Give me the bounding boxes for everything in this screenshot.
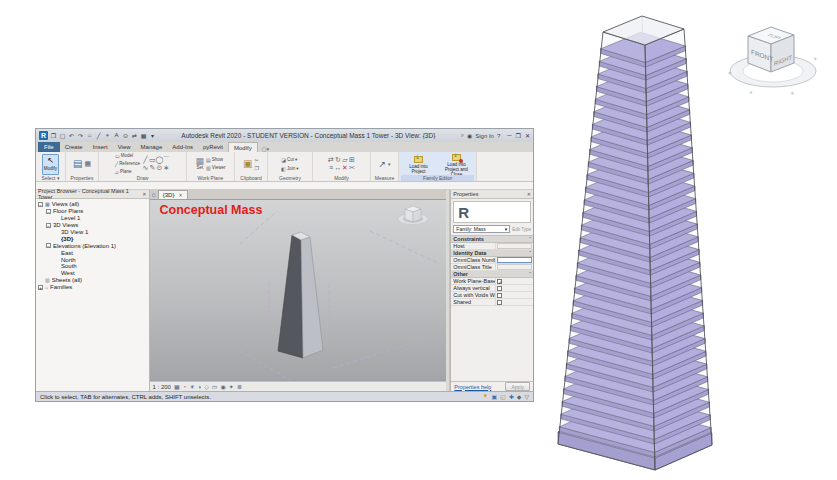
search-icon[interactable]: ⌕ bbox=[461, 132, 464, 139]
cut-geometry-icon[interactable]: ◪ bbox=[281, 156, 286, 164]
pick-line-tool-icon[interactable]: ✎ bbox=[149, 164, 155, 172]
show-workplane-icon[interactable]: ▤ bbox=[206, 156, 211, 164]
browser-tree-item[interactable]: −▦Views (all) bbox=[38, 201, 149, 208]
shadows-icon[interactable]: ◑ bbox=[198, 384, 202, 390]
properties-palette-icon[interactable]: ▤ bbox=[73, 160, 82, 168]
property-section-header[interactable]: Identity Dataˆ bbox=[451, 250, 533, 257]
ellipse-tool-icon[interactable]: ⊙ bbox=[156, 164, 162, 172]
signin-label[interactable]: Sign In bbox=[475, 133, 494, 139]
browser-tree-item[interactable]: −3D Views bbox=[38, 222, 149, 229]
properties-help-link[interactable]: Properties help bbox=[454, 384, 491, 390]
copy-clipboard-icon[interactable]: ❐ bbox=[254, 164, 258, 172]
tab-manage[interactable]: Manage bbox=[136, 142, 168, 152]
property-checkbox[interactable] bbox=[497, 293, 502, 298]
browser-tree-item[interactable]: 3D View 1 bbox=[38, 229, 149, 236]
viewer-icon[interactable]: ▥ bbox=[206, 164, 211, 172]
tab-create[interactable]: Create bbox=[60, 142, 88, 152]
visual-style-icon[interactable]: ◔ bbox=[183, 384, 187, 390]
open-icon[interactable]: ❐ bbox=[50, 132, 57, 139]
tree-expander-icon[interactable]: − bbox=[46, 243, 51, 248]
plane-icon[interactable]: ▱ bbox=[115, 168, 119, 175]
tab-modify[interactable]: Modify bbox=[228, 142, 258, 152]
text-icon[interactable]: A bbox=[113, 132, 120, 139]
model-line-icon[interactable]: ▭ bbox=[115, 153, 120, 160]
apply-button[interactable]: Apply bbox=[505, 382, 530, 391]
split-tool-icon[interactable]: ✂ bbox=[349, 164, 355, 172]
rotate-tool-icon[interactable]: ↻ bbox=[335, 156, 341, 164]
point-tool-icon[interactable]: ∗ bbox=[163, 164, 169, 172]
edit-type-button[interactable]: Edit Type bbox=[512, 227, 531, 232]
home-view-icon[interactable]: ⌂ bbox=[152, 190, 156, 199]
set-workplane-button[interactable]: ▦ Set bbox=[196, 157, 205, 171]
trim-tool-icon[interactable]: ≡ bbox=[329, 164, 333, 172]
press-drag-icon[interactable]: ◱ bbox=[500, 393, 506, 400]
family-types-icon[interactable]: ▦ bbox=[84, 160, 91, 168]
tab-addins[interactable]: Add-Ins bbox=[167, 142, 198, 152]
filter-icon[interactable]: ▼ bbox=[482, 393, 488, 400]
cut-clipboard-icon[interactable]: ✂ bbox=[254, 156, 258, 164]
3d-view-icon[interactable]: ⊙ bbox=[122, 132, 129, 139]
section-icon[interactable]: ⇄ bbox=[131, 132, 138, 139]
close-icon[interactable]: ✕ bbox=[142, 191, 146, 197]
help-icon[interactable]: ? bbox=[497, 133, 500, 139]
property-section-header[interactable]: Constraintsˆ bbox=[451, 236, 533, 243]
paste-icon[interactable]: ▣ bbox=[243, 160, 252, 168]
tab-file[interactable]: File bbox=[38, 142, 60, 152]
minimize-button[interactable]: ─ bbox=[507, 132, 511, 139]
tab-view[interactable]: View bbox=[113, 142, 136, 152]
measure-dropdown-icon[interactable]: ▾ bbox=[388, 160, 391, 168]
delete-tool-icon[interactable]: ✕ bbox=[342, 164, 348, 172]
crop-view-icon[interactable]: ◇ bbox=[204, 383, 209, 390]
tree-expander-icon[interactable]: − bbox=[38, 202, 43, 207]
browser-tree-item[interactable]: West bbox=[38, 270, 149, 277]
property-input[interactable] bbox=[497, 257, 532, 263]
measure-icon[interactable]: ╱ bbox=[95, 132, 102, 139]
move-tool-icon[interactable]: ⇄ bbox=[328, 156, 334, 164]
measure-tool-icon[interactable]: ↗ bbox=[378, 160, 386, 168]
load-into-project-close-button[interactable]: ⇣ Load intoProject and Close bbox=[440, 153, 474, 175]
sun-path-icon[interactable]: ☀ bbox=[189, 383, 194, 390]
redo-icon[interactable]: ↷ bbox=[77, 132, 84, 139]
close-icon[interactable]: ✕ bbox=[527, 191, 531, 197]
modify-tool-button[interactable]: ↖ Modify bbox=[42, 154, 59, 175]
design-options-icon[interactable]: ◆ bbox=[517, 393, 522, 400]
arc-tool-icon[interactable]: ⌒ bbox=[163, 156, 170, 164]
crop-region-icon[interactable]: ▭ bbox=[212, 383, 218, 390]
tree-expander-icon[interactable]: + bbox=[38, 285, 43, 290]
spline-tool-icon[interactable]: ∿ bbox=[142, 164, 148, 172]
thin-lines-icon[interactable]: ▦ bbox=[140, 132, 147, 139]
property-checkbox[interactable] bbox=[497, 300, 502, 305]
restore-button[interactable]: ❐ bbox=[516, 132, 521, 139]
viewcube[interactable]: » » « » TOP FRONT RIGHT bbox=[723, 8, 828, 103]
home-icon[interactable]: ⌂ bbox=[86, 132, 93, 139]
join-geometry-icon[interactable]: ◧ bbox=[281, 165, 286, 173]
undo-icon[interactable]: ↶ bbox=[68, 132, 75, 139]
mirror-tool-icon[interactable]: ▱ bbox=[342, 156, 347, 164]
tab-insert[interactable]: Insert bbox=[88, 142, 113, 152]
reveal-hidden-icon[interactable]: ✦ bbox=[229, 383, 234, 390]
close-button[interactable]: ✕ bbox=[525, 132, 530, 139]
dimension-icon[interactable]: ⌖ bbox=[104, 132, 111, 139]
close-icon[interactable]: ✕ bbox=[178, 192, 182, 198]
browser-tree-item[interactable]: −Elevations (Elevation 1) bbox=[38, 242, 149, 249]
tab-pyrevit[interactable]: pyRevit bbox=[198, 142, 228, 152]
worksets-icon[interactable]: ✚ bbox=[509, 393, 514, 400]
select-toggle-icon[interactable]: ▽ bbox=[524, 393, 529, 400]
align-tool-icon[interactable]: ⊞ bbox=[349, 156, 355, 164]
tree-expander-icon[interactable]: − bbox=[46, 223, 51, 228]
browser-tree-item[interactable]: South bbox=[38, 263, 149, 270]
detail-level-icon[interactable]: ▦ bbox=[174, 383, 180, 390]
browser-tree-item[interactable]: Level 1 bbox=[38, 215, 149, 222]
drawing-canvas[interactable]: Conceptual Mass bbox=[150, 199, 447, 381]
constraints-icon[interactable]: ≣ bbox=[237, 383, 242, 390]
qat-dropdown-icon[interactable]: ▾ bbox=[149, 132, 156, 139]
tree-expander-icon[interactable]: − bbox=[46, 209, 51, 214]
property-checkbox[interactable]: ✓ bbox=[497, 279, 502, 284]
save-icon[interactable]: ▢ bbox=[59, 132, 66, 139]
browser-tree-item[interactable]: East bbox=[38, 249, 149, 256]
property-checkbox[interactable] bbox=[497, 286, 502, 291]
view-scale[interactable]: 1 : 200 bbox=[153, 384, 171, 390]
browser-tree-item[interactable]: North bbox=[38, 256, 149, 263]
line-tool-icon[interactable]: ╱ bbox=[143, 156, 147, 164]
revit-logo-icon[interactable]: R bbox=[39, 131, 48, 140]
